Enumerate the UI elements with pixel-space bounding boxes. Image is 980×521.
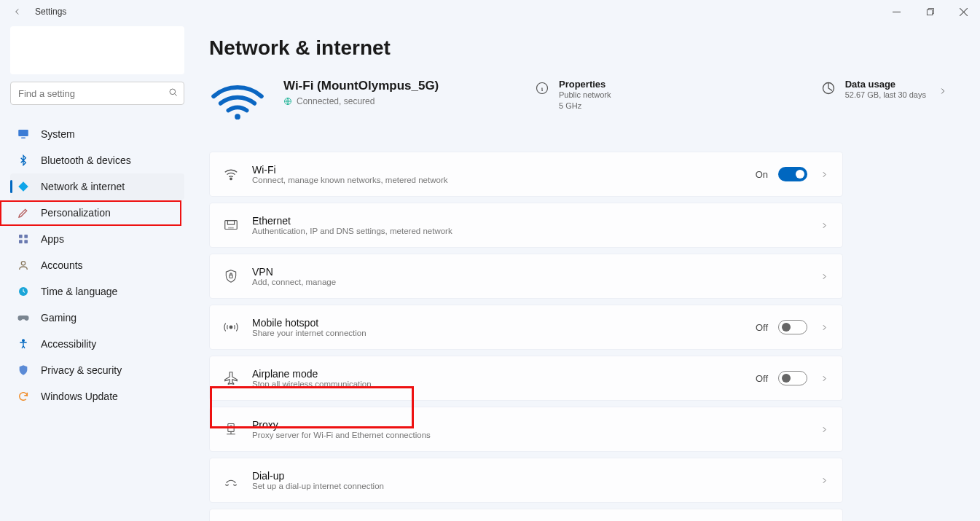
card-hotspot[interactable]: Mobile hotspotShare your internet connec… [209, 305, 843, 350]
sidebar-item-personalization[interactable]: Personalization [10, 200, 184, 226]
card-title: Airplane mode [252, 368, 756, 380]
privacy-icon [16, 363, 31, 377]
card-airplane[interactable]: Airplane modeStop all wireless communica… [209, 356, 843, 401]
airplane-state: Off [756, 373, 768, 384]
sidebar-item-time[interactable]: Time & language [10, 278, 184, 305]
card-wifi[interactable]: Wi-FiConnect, manage known networks, met… [209, 152, 843, 197]
card-sub: Add, connect, manage [252, 278, 818, 286]
sidebar-item-accounts[interactable]: Accounts [10, 252, 184, 278]
sidebar-item-gaming[interactable]: Gaming [10, 305, 184, 331]
card-vpn[interactable]: VPNAdd, connect, manage [209, 254, 843, 299]
svg-rect-4 [19, 235, 23, 238]
properties-title: Properties [559, 79, 611, 90]
card-sub: Proxy server for Wi-Fi and Ethernet conn… [252, 431, 818, 439]
connection-status: Connected, secured [283, 96, 517, 106]
card-proxy[interactable]: ProxyProxy server for Wi-Fi and Ethernet… [209, 407, 843, 452]
globe-icon [283, 97, 292, 106]
hotspot-toggle[interactable] [778, 320, 807, 334]
airplane-toggle[interactable] [778, 371, 807, 385]
datausage-card[interactable]: Data usage 52.67 GB, last 30 days [820, 79, 951, 101]
maximize-button[interactable] [913, 0, 946, 23]
profile-placeholder [10, 26, 184, 74]
accessibility-icon [16, 337, 31, 351]
chevron-right-icon [818, 372, 831, 385]
sidebar-item-label: Accessibility [41, 338, 96, 350]
sidebar-item-label: Gaming [41, 312, 77, 324]
card-advanced[interactable]: Advanced network settingsView all networ… [209, 509, 843, 521]
properties-card[interactable]: Properties Public network 5 GHz [534, 79, 611, 111]
gaming-icon [16, 310, 31, 325]
sidebar-item-system[interactable]: System [10, 121, 184, 147]
hero-main: Wi-Fi (MountOlympus_5G) Connected, secur… [283, 79, 517, 106]
chevron-right-icon [935, 83, 951, 99]
datausage-title: Data usage [845, 79, 926, 90]
hotspot-icon [222, 318, 240, 337]
sidebar-item-label: Personalization [41, 207, 111, 219]
svg-point-19 [230, 326, 232, 329]
card-sub: Share your internet connection [252, 329, 756, 337]
card-title: VPN [252, 266, 818, 278]
network-icon [16, 179, 31, 194]
hotspot-state: Off [756, 322, 768, 333]
body: System Bluetooth & devices Network & int… [0, 23, 980, 521]
card-ethernet[interactable]: EthernetAuthentication, IP and DNS setti… [209, 203, 843, 248]
dialup-icon [222, 471, 240, 490]
sidebar-item-accessibility[interactable]: Accessibility [10, 331, 184, 357]
sidebar-item-label: Windows Update [41, 391, 118, 402]
chevron-right-icon [818, 423, 831, 436]
svg-rect-7 [24, 240, 28, 243]
sidebar-item-update[interactable]: Windows Update [10, 383, 184, 410]
sidebar-item-bluetooth[interactable]: Bluetooth & devices [10, 147, 184, 173]
chevron-right-icon [818, 474, 831, 487]
search-input[interactable] [10, 82, 184, 105]
connection-status-text: Connected, secured [297, 96, 375, 106]
svg-rect-0 [927, 9, 932, 15]
svg-point-11 [235, 114, 240, 120]
apps-icon [16, 232, 31, 246]
ethernet-icon [222, 216, 240, 235]
datausage-sub: 52.67 GB, last 30 days [845, 90, 926, 101]
window-title: Settings [35, 7, 66, 17]
accounts-icon [16, 258, 31, 273]
sidebar-item-label: System [41, 128, 75, 140]
properties-sub2: 5 GHz [559, 101, 611, 111]
page-title: Network & internet [209, 36, 951, 60]
close-button[interactable] [946, 0, 980, 23]
card-sub: Authentication, IP and DNS settings, met… [252, 227, 818, 235]
chevron-right-icon [818, 270, 831, 283]
card-title: Mobile hotspot [252, 317, 756, 329]
proxy-icon [222, 420, 240, 439]
wifi-state: On [756, 169, 768, 180]
connection-name: Wi-Fi (MountOlympus_5G) [283, 79, 517, 93]
card-dialup[interactable]: Dial-upSet up a dial-up internet connect… [209, 458, 843, 503]
svg-point-15 [230, 178, 232, 179]
card-title: Wi-Fi [252, 164, 756, 176]
time-icon [16, 284, 31, 299]
sidebar-item-apps[interactable]: Apps [10, 226, 184, 252]
svg-rect-2 [18, 130, 28, 136]
svg-rect-5 [24, 235, 28, 238]
svg-rect-6 [19, 240, 23, 243]
card-title: Dial-up [252, 470, 818, 482]
vpn-icon [222, 267, 240, 286]
sidebar-item-privacy[interactable]: Privacy & security [10, 357, 184, 383]
wifi-large-icon [209, 79, 266, 122]
update-icon [16, 389, 31, 404]
system-icon [16, 127, 31, 141]
personalization-icon [16, 205, 31, 220]
main-content[interactable]: Network & internet Wi-Fi (MountOlympus_5… [195, 23, 980, 521]
card-sub: Set up a dial-up internet connection [252, 482, 818, 490]
sidebar-item-label: Privacy & security [41, 364, 122, 376]
search-icon [168, 87, 179, 98]
minimize-button[interactable] [879, 0, 913, 23]
sidebar-item-label: Apps [41, 233, 64, 245]
titlebar: Settings [0, 0, 980, 23]
nav: System Bluetooth & devices Network & int… [10, 121, 184, 410]
sidebar-item-network[interactable]: Network & internet [10, 173, 184, 200]
back-button[interactable] [12, 6, 23, 17]
airplane-icon [222, 369, 240, 388]
wifi-toggle[interactable] [778, 167, 807, 181]
data-usage-icon [820, 80, 836, 96]
sidebar-item-label: Accounts [41, 259, 83, 271]
svg-point-8 [21, 262, 25, 265]
